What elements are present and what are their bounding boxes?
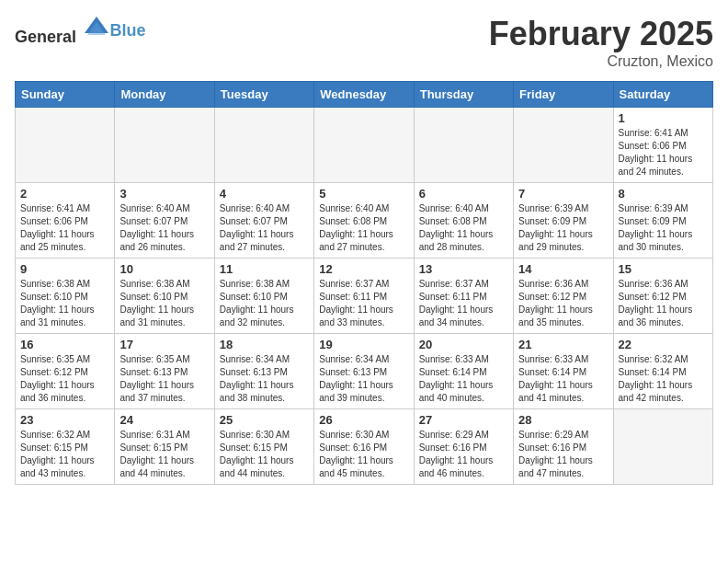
day-info: Sunrise: 6:38 AM Sunset: 6:10 PM Dayligh…: [119, 278, 209, 329]
day-number: 5: [319, 187, 408, 201]
calendar-cell: [16, 108, 115, 183]
weekday-header-row: SundayMondayTuesdayWednesdayThursdayFrid…: [16, 82, 713, 108]
logo-blue: Blue: [110, 21, 146, 40]
calendar-cell: 8Sunrise: 6:39 AM Sunset: 6:09 PM Daylig…: [613, 183, 712, 259]
day-number: 6: [419, 187, 508, 201]
day-number: 15: [619, 262, 708, 276]
logo-icon: [83, 15, 110, 42]
calendar-cell: 17Sunrise: 6:35 AM Sunset: 6:13 PM Dayli…: [115, 334, 214, 409]
day-number: 12: [319, 262, 408, 276]
day-info: Sunrise: 6:37 AM Sunset: 6:11 PM Dayligh…: [419, 278, 508, 329]
day-info: Sunrise: 6:29 AM Sunset: 6:16 PM Dayligh…: [419, 429, 508, 480]
calendar-cell: 7Sunrise: 6:39 AM Sunset: 6:09 PM Daylig…: [514, 183, 613, 259]
calendar-cell: 3Sunrise: 6:40 AM Sunset: 6:07 PM Daylig…: [115, 183, 214, 259]
calendar-cell: 20Sunrise: 6:33 AM Sunset: 6:14 PM Dayli…: [414, 334, 513, 409]
week-row-4: 16Sunrise: 6:35 AM Sunset: 6:12 PM Dayli…: [16, 334, 713, 409]
day-info: Sunrise: 6:40 AM Sunset: 6:08 PM Dayligh…: [319, 202, 408, 254]
week-row-1: 1Sunrise: 6:41 AM Sunset: 6:06 PM Daylig…: [16, 108, 713, 183]
calendar-cell: [613, 409, 712, 485]
calendar-cell: [314, 108, 414, 183]
day-info: Sunrise: 6:32 AM Sunset: 6:15 PM Dayligh…: [20, 429, 109, 480]
day-info: Sunrise: 6:35 AM Sunset: 6:12 PM Dayligh…: [20, 353, 109, 405]
title-section: February 2025 Cruzton, Mexico: [489, 15, 713, 70]
calendar-cell: 23Sunrise: 6:32 AM Sunset: 6:15 PM Dayli…: [16, 409, 115, 485]
day-number: 16: [20, 338, 109, 351]
calendar-cell: 15Sunrise: 6:36 AM Sunset: 6:12 PM Dayli…: [613, 259, 712, 334]
calendar-cell: 5Sunrise: 6:40 AM Sunset: 6:08 PM Daylig…: [314, 183, 414, 259]
day-number: 17: [119, 338, 209, 351]
week-row-2: 2Sunrise: 6:41 AM Sunset: 6:06 PM Daylig…: [16, 183, 713, 259]
day-number: 14: [518, 262, 608, 276]
day-number: 18: [220, 338, 309, 351]
calendar-cell: 1Sunrise: 6:41 AM Sunset: 6:06 PM Daylig…: [613, 108, 712, 183]
day-info: Sunrise: 6:33 AM Sunset: 6:14 PM Dayligh…: [518, 353, 608, 405]
calendar-cell: 27Sunrise: 6:29 AM Sunset: 6:16 PM Dayli…: [414, 409, 513, 485]
calendar-cell: 18Sunrise: 6:34 AM Sunset: 6:13 PM Dayli…: [214, 334, 313, 409]
calendar-cell: [115, 108, 214, 183]
day-number: 24: [119, 413, 209, 427]
logo: General Blue: [15, 15, 146, 47]
day-number: 25: [220, 413, 309, 427]
calendar-cell: 16Sunrise: 6:35 AM Sunset: 6:12 PM Dayli…: [16, 334, 115, 409]
calendar-cell: 11Sunrise: 6:38 AM Sunset: 6:10 PM Dayli…: [214, 259, 313, 334]
day-info: Sunrise: 6:38 AM Sunset: 6:10 PM Dayligh…: [20, 278, 109, 329]
day-number: 4: [220, 187, 309, 201]
day-number: 13: [419, 262, 508, 276]
day-number: 11: [220, 262, 309, 276]
day-number: 1: [619, 111, 708, 125]
day-number: 26: [319, 413, 408, 427]
calendar-cell: 25Sunrise: 6:30 AM Sunset: 6:15 PM Dayli…: [214, 409, 313, 485]
day-number: 7: [518, 187, 608, 201]
week-row-3: 9Sunrise: 6:38 AM Sunset: 6:10 PM Daylig…: [16, 259, 713, 334]
day-info: Sunrise: 6:30 AM Sunset: 6:15 PM Dayligh…: [220, 429, 309, 480]
day-number: 10: [119, 262, 209, 276]
day-number: 8: [619, 187, 708, 201]
logo-general: General: [15, 28, 76, 46]
day-info: Sunrise: 6:31 AM Sunset: 6:15 PM Dayligh…: [119, 429, 209, 480]
day-number: 22: [619, 338, 708, 351]
calendar-cell: 12Sunrise: 6:37 AM Sunset: 6:11 PM Dayli…: [314, 259, 414, 334]
weekday-header-thursday: Thursday: [414, 82, 513, 108]
calendar-cell: 6Sunrise: 6:40 AM Sunset: 6:08 PM Daylig…: [414, 183, 513, 259]
day-info: Sunrise: 6:39 AM Sunset: 6:09 PM Dayligh…: [518, 202, 608, 254]
day-info: Sunrise: 6:37 AM Sunset: 6:11 PM Dayligh…: [319, 278, 408, 329]
calendar-cell: 19Sunrise: 6:34 AM Sunset: 6:13 PM Dayli…: [314, 334, 414, 409]
day-info: Sunrise: 6:34 AM Sunset: 6:13 PM Dayligh…: [220, 353, 309, 405]
calendar-cell: [514, 108, 613, 183]
weekday-header-saturday: Saturday: [613, 82, 712, 108]
day-info: Sunrise: 6:39 AM Sunset: 6:09 PM Dayligh…: [619, 202, 708, 254]
day-info: Sunrise: 6:33 AM Sunset: 6:14 PM Dayligh…: [419, 353, 508, 405]
day-info: Sunrise: 6:41 AM Sunset: 6:06 PM Dayligh…: [619, 127, 708, 178]
day-number: 20: [419, 338, 508, 351]
calendar-cell: 26Sunrise: 6:30 AM Sunset: 6:16 PM Dayli…: [314, 409, 414, 485]
day-number: 28: [518, 413, 608, 427]
day-info: Sunrise: 6:41 AM Sunset: 6:06 PM Dayligh…: [20, 202, 109, 254]
calendar-cell: 9Sunrise: 6:38 AM Sunset: 6:10 PM Daylig…: [16, 259, 115, 334]
day-number: 3: [119, 187, 209, 201]
calendar-cell: 10Sunrise: 6:38 AM Sunset: 6:10 PM Dayli…: [115, 259, 214, 334]
day-number: 23: [20, 413, 109, 427]
calendar-cell: 21Sunrise: 6:33 AM Sunset: 6:14 PM Dayli…: [514, 334, 613, 409]
calendar-cell: 4Sunrise: 6:40 AM Sunset: 6:07 PM Daylig…: [214, 183, 313, 259]
day-number: 27: [419, 413, 508, 427]
day-info: Sunrise: 6:32 AM Sunset: 6:14 PM Dayligh…: [619, 353, 708, 405]
month-year-title: February 2025: [489, 15, 713, 53]
day-number: 9: [20, 262, 109, 276]
day-info: Sunrise: 6:36 AM Sunset: 6:12 PM Dayligh…: [518, 278, 608, 329]
calendar-cell: 24Sunrise: 6:31 AM Sunset: 6:15 PM Dayli…: [115, 409, 214, 485]
day-info: Sunrise: 6:30 AM Sunset: 6:16 PM Dayligh…: [319, 429, 408, 480]
day-info: Sunrise: 6:40 AM Sunset: 6:08 PM Dayligh…: [419, 202, 508, 254]
weekday-header-tuesday: Tuesday: [214, 82, 313, 108]
day-info: Sunrise: 6:29 AM Sunset: 6:16 PM Dayligh…: [518, 429, 608, 480]
calendar-cell: 14Sunrise: 6:36 AM Sunset: 6:12 PM Dayli…: [514, 259, 613, 334]
weekday-header-wednesday: Wednesday: [314, 82, 414, 108]
calendar-cell: [214, 108, 313, 183]
calendar-cell: 28Sunrise: 6:29 AM Sunset: 6:16 PM Dayli…: [514, 409, 613, 485]
day-number: 19: [319, 338, 408, 351]
calendar-cell: [414, 108, 513, 183]
day-info: Sunrise: 6:38 AM Sunset: 6:10 PM Dayligh…: [220, 278, 309, 329]
calendar-table: SundayMondayTuesdayWednesdayThursdayFrid…: [15, 81, 713, 485]
day-number: 21: [518, 338, 608, 351]
page-header: General Blue February 2025 Cruzton, Mexi…: [15, 15, 713, 70]
day-info: Sunrise: 6:40 AM Sunset: 6:07 PM Dayligh…: [119, 202, 209, 254]
